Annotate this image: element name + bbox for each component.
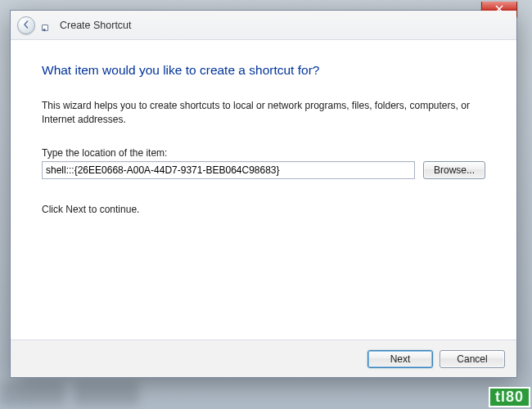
- browse-button[interactable]: Browse...: [423, 161, 485, 179]
- dialog-footer: Next Cancel: [11, 339, 516, 377]
- wizard-heading: What item would you like to create a sho…: [42, 63, 485, 78]
- continue-hint: Click Next to continue.: [42, 204, 485, 215]
- arrow-left-icon: [22, 20, 30, 31]
- shortcut-icon: [42, 20, 53, 31]
- create-shortcut-dialog: Create Shortcut What item would you like…: [10, 10, 517, 378]
- background-blur: [74, 381, 139, 406]
- watermark: tl80: [489, 387, 530, 407]
- location-input[interactable]: [42, 161, 415, 179]
- back-button[interactable]: [17, 16, 35, 34]
- wizard-content: What item would you like to create a sho…: [11, 40, 516, 215]
- location-label: Type the location of the item:: [42, 147, 485, 159]
- cancel-button[interactable]: Cancel: [440, 350, 505, 368]
- titlebar: Create Shortcut: [11, 11, 516, 40]
- wizard-description: This wizard helps you to create shortcut…: [42, 99, 485, 128]
- window-title: Create Shortcut: [60, 20, 132, 31]
- next-button[interactable]: Next: [367, 350, 433, 368]
- background-blur: [0, 381, 65, 406]
- location-row: Browse...: [42, 161, 485, 179]
